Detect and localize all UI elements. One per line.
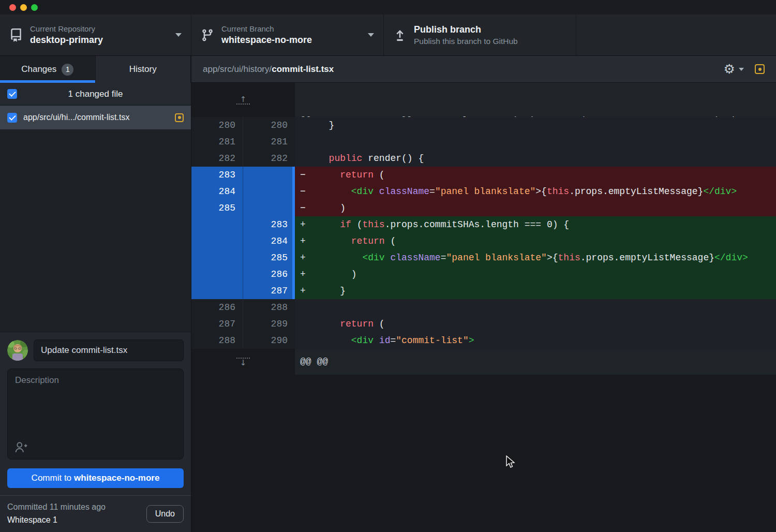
chevron-down-icon: [175, 33, 182, 37]
diff-row[interactable]: 281281: [191, 134, 776, 150]
old-line-number: 288: [191, 332, 243, 349]
modified-status-icon: [175, 113, 184, 122]
commit-description-placeholder: Description: [15, 375, 176, 386]
tab-changes-label: Changes: [21, 64, 56, 75]
avatar: [7, 340, 28, 361]
current-branch-button[interactable]: Current Branch whitespace-no-more: [191, 14, 384, 55]
close-window-button[interactable]: [9, 4, 16, 11]
committed-message-text: Whitespace 1: [7, 515, 146, 525]
file-list-empty-area: [0, 129, 191, 332]
diff-rows: 280280 }281281282282 public render() {28…: [191, 117, 776, 349]
hunk-header: ↑ @@ -280,9 +280,11 @@ export class Comm…: [191, 83, 776, 117]
new-line-number: 280: [243, 117, 295, 134]
diff-file-header: app/src/ui/history/ commit-list.tsx ⚙: [191, 56, 776, 83]
tab-history-label: History: [129, 64, 157, 75]
new-line-number: [243, 167, 295, 183]
diff-row[interactable]: 283+ if (this.props.commitSHAs.length ==…: [191, 216, 776, 233]
commit-button-branch: whitespace-no-more: [74, 473, 159, 483]
commit-summary-input[interactable]: [34, 339, 184, 361]
changes-count-badge: 1: [62, 64, 73, 76]
undo-button[interactable]: Undo: [146, 505, 184, 523]
diff-row[interactable]: 287289 return (: [191, 316, 776, 332]
diff-row[interactable]: 286+ ): [191, 266, 776, 283]
expand-hunk-up-button[interactable]: ↑: [191, 83, 295, 117]
gear-icon[interactable]: ⚙: [724, 63, 735, 76]
arrow-up-icon: ↑: [240, 96, 247, 103]
diff-line-marker: +: [300, 216, 318, 233]
code-line: − ): [295, 200, 776, 216]
new-line-number: 281: [243, 134, 295, 150]
current-repository-label: Current Repository: [30, 24, 103, 33]
hunk-footer-text: @@ @@: [295, 349, 776, 375]
sidebar-tabs: Changes 1 History: [0, 56, 191, 83]
old-line-number: 281: [191, 134, 243, 150]
code-line: public render() {: [295, 150, 776, 167]
diff-row[interactable]: 284+ return (: [191, 233, 776, 249]
diff-line-marker: +: [300, 249, 318, 266]
changed-files-header: 1 changed file: [0, 83, 191, 106]
current-repository-button[interactable]: Current Repository desktop-primary: [0, 14, 191, 55]
old-line-number: [191, 233, 243, 249]
git-branch-icon: [201, 28, 214, 42]
diff-row[interactable]: 283− return (: [191, 167, 776, 183]
commit-panel: Description Commit to whitespace-no-more: [0, 332, 191, 495]
current-repository-value: desktop-primary: [30, 35, 103, 46]
diff-row[interactable]: 284− <div className="panel blankslate">{…: [191, 183, 776, 200]
old-line-number: [191, 283, 243, 299]
publish-branch-title: Publish branch: [414, 24, 518, 35]
diff-view: ↑ @@ -280,9 +280,11 @@ export class Comm…: [191, 83, 776, 532]
chevron-down-icon[interactable]: [739, 68, 744, 71]
diff-file-path-prefix: app/src/ui/history/: [203, 64, 272, 75]
commit-button[interactable]: Commit to whitespace-no-more: [7, 468, 184, 488]
old-line-number: 286: [191, 299, 243, 316]
minimize-window-button[interactable]: [20, 4, 27, 11]
diff-row[interactable]: 286288: [191, 299, 776, 316]
zoom-window-button[interactable]: [31, 4, 38, 11]
old-line-number: 283: [191, 167, 243, 183]
diff-line-marker: +: [300, 266, 318, 283]
diff-row[interactable]: 285− ): [191, 200, 776, 216]
old-line-number: [191, 216, 243, 233]
code-line: <div id="commit-list">: [295, 332, 776, 349]
diff-pane: app/src/ui/history/ commit-list.tsx ⚙ ↑ …: [191, 56, 776, 532]
current-branch-value: whitespace-no-more: [221, 35, 312, 46]
diff-line-marker: +: [300, 283, 318, 299]
diff-line-marker: −: [300, 200, 318, 216]
old-line-number: [191, 266, 243, 283]
diff-row[interactable]: 287+ }: [191, 283, 776, 299]
code-line: }: [295, 117, 776, 134]
changed-file-row[interactable]: app/src/ui/hi.../commit-list.tsx: [0, 106, 191, 129]
hunk-header-text: @@ -280,9 +280,11 @@ export class Commit…: [295, 83, 776, 117]
changed-files-count: 1 changed file: [17, 89, 174, 99]
commit-button-prefix: Commit to: [32, 473, 71, 483]
diff-row[interactable]: 288290 <div id="commit-list">: [191, 332, 776, 349]
old-line-number: [191, 249, 243, 266]
undo-commit-bar: Committed 11 minutes ago Whitespace 1 Un…: [0, 495, 191, 532]
code-line: + }: [295, 283, 776, 299]
new-line-number: 287: [243, 283, 295, 299]
main-content: Changes 1 History 1 changed file app/src…: [0, 56, 776, 532]
new-line-number: 282: [243, 150, 295, 167]
commit-description-box[interactable]: Description: [7, 368, 184, 460]
tab-changes[interactable]: Changes 1: [0, 56, 96, 83]
code-line: [295, 299, 776, 316]
add-coauthor-icon[interactable]: [14, 440, 28, 454]
old-line-number: 284: [191, 183, 243, 200]
old-line-number: 282: [191, 150, 243, 167]
diff-line-marker: −: [300, 167, 318, 183]
repo-icon: [9, 28, 23, 42]
expand-hunk-down-button[interactable]: ↓: [191, 349, 295, 375]
committed-status-text: Committed 11 minutes ago: [7, 503, 146, 512]
diff-row[interactable]: 280280 }: [191, 117, 776, 134]
new-line-number: 284: [243, 233, 295, 249]
diff-row[interactable]: 285+ <div className="panel blankslate">{…: [191, 249, 776, 266]
file-include-checkbox[interactable]: [7, 113, 17, 123]
sidebar: Changes 1 History 1 changed file app/src…: [0, 56, 191, 532]
publish-branch-button[interactable]: Publish branch Publish this branch to Gi…: [384, 14, 576, 55]
code-line: + return (: [295, 233, 776, 249]
current-branch-label: Current Branch: [221, 24, 312, 33]
tab-history[interactable]: History: [96, 56, 191, 83]
new-line-number: [243, 183, 295, 200]
diff-row[interactable]: 282282 public render() {: [191, 150, 776, 167]
select-all-checkbox[interactable]: [7, 89, 17, 99]
